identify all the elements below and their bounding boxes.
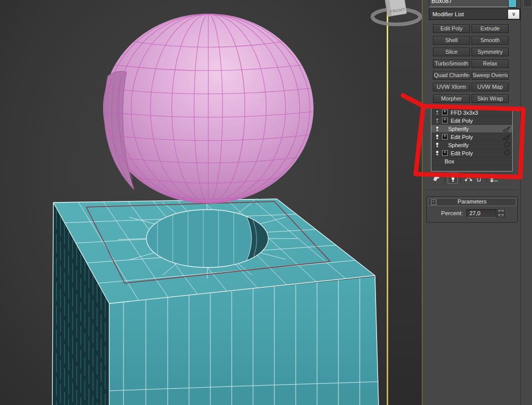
modifier-button-morpher[interactable]: Morpher <box>433 94 470 103</box>
modifier-list-dropdown[interactable]: Modifier List ∨ <box>429 9 520 20</box>
configure-modifier-sets-icon[interactable] <box>489 173 499 184</box>
bulb-icon[interactable] <box>435 150 440 156</box>
parameters-body: Percent: 27,0 ▲ ▼ <box>427 207 517 220</box>
stack-row-spherify-1-selected[interactable]: Spherify <box>431 125 512 133</box>
stack-row-label: Edit Poly <box>451 134 473 140</box>
remove-modifier-icon[interactable] <box>474 173 484 184</box>
viewport-sliver[interactable] <box>388 0 422 405</box>
stack-row-ffd[interactable]: + FFD 3x3x3 <box>431 109 512 117</box>
viewport-perspective[interactable] <box>0 0 387 405</box>
expand-icon[interactable]: + <box>442 150 448 156</box>
modifier-button-uvw-xform[interactable]: UVW Xform <box>433 83 470 91</box>
bulb-icon[interactable] <box>435 142 440 148</box>
modifier-button-relax[interactable]: Relax <box>472 59 509 68</box>
modifier-bean-icon <box>504 150 511 156</box>
scene-3d <box>0 0 387 405</box>
expand-icon[interactable]: + <box>442 110 448 115</box>
percent-label: Percent: <box>441 210 463 216</box>
parameters-title: Parameters <box>458 198 487 205</box>
modifier-button-extrude[interactable]: Extrude <box>472 24 509 33</box>
stack-row-label: Edit Poly <box>451 118 473 124</box>
box-object[interactable] <box>52 199 379 405</box>
modifier-button-symmetry[interactable]: Symmetry <box>472 48 509 56</box>
collapse-icon[interactable]: - <box>431 199 436 205</box>
parameters-rollout: - Parameters Percent: 27,0 ▲ ▼ <box>426 196 518 223</box>
modifier-button-sweep-override[interactable]: Sweep Override <box>472 71 509 80</box>
modifier-button-uvw-map[interactable]: UVW Map <box>472 83 509 91</box>
bulb-icon[interactable] <box>435 110 440 115</box>
stack-row-edit-poly-2[interactable]: + Edit Poly <box>431 133 512 141</box>
stack-row-box-base[interactable]: Box <box>431 157 512 165</box>
bulb-icon[interactable] <box>435 118 440 123</box>
spinner-down-icon[interactable]: ▼ <box>497 213 505 217</box>
stack-row-label: Box <box>445 158 454 164</box>
modifier-button-edit-poly[interactable]: Edit Poly <box>433 24 470 33</box>
stack-row-edit-poly-1[interactable]: + Edit Poly <box>431 117 512 125</box>
toolbar-separator <box>445 174 445 183</box>
modifier-button-grid: Edit Poly Extrude Shell Smooth Slice Sym… <box>433 24 510 103</box>
modifier-bean-icon <box>504 142 511 148</box>
modifier-button-skin-wrap[interactable]: Skin Wrap <box>472 94 509 103</box>
stack-row-label: Spherify <box>448 126 468 132</box>
object-name-field[interactable] <box>429 0 509 7</box>
stack-row-label: FFD 3x3x3 <box>451 110 478 116</box>
command-panel: Modifier List ∨ Edit Poly Extrude Shell … <box>422 0 532 405</box>
sphere-object[interactable] <box>103 14 314 204</box>
active-viewport-border <box>387 0 388 405</box>
modifier-button-smooth[interactable]: Smooth <box>472 36 509 45</box>
bulb-icon[interactable] <box>435 134 440 140</box>
modifier-arrow-icon <box>503 134 511 140</box>
chevron-down-icon[interactable]: ∨ <box>508 10 519 19</box>
modifier-button-quad-chamfer[interactable]: Quad Chamfer <box>433 71 470 80</box>
stack-row-edit-poly-3[interactable]: + Edit Poly <box>431 149 512 157</box>
modifier-list-label: Modifier List <box>432 11 464 17</box>
pin-stack-icon[interactable] <box>432 173 442 184</box>
object-color-swatch[interactable] <box>508 0 517 8</box>
modifier-button-turbosmooth[interactable]: TurboSmooth <box>433 59 470 68</box>
modifier-button-slice[interactable]: Slice <box>433 48 470 56</box>
modifier-arrow-icon <box>503 126 511 132</box>
stack-row-spherify-2[interactable]: Spherify <box>431 141 512 149</box>
spinner-up-icon[interactable]: ▲ <box>497 209 505 213</box>
panel-divider <box>424 190 519 191</box>
panel-scroll-divider[interactable] <box>520 0 521 405</box>
percent-field[interactable]: 27,0 <box>466 209 496 218</box>
stack-row-label: Edit Poly <box>451 150 473 156</box>
percent-spinner: ▲ ▼ <box>497 209 505 218</box>
show-end-result-icon[interactable] <box>448 173 458 184</box>
toolbar-separator <box>486 174 487 183</box>
modifier-stack-toolbar <box>432 172 519 185</box>
toolbar-separator <box>460 174 461 183</box>
modifier-stack: + FFD 3x3x3 + Edit Poly Spherify + Edit … <box>431 108 513 172</box>
3ds-max-screen: FRONT Modifier List ∨ Edit Poly Extrude … <box>0 0 532 405</box>
stack-row-label: Spherify <box>448 142 468 148</box>
viewcube[interactable]: FRONT <box>367 0 424 36</box>
modifier-button-shell[interactable]: Shell <box>433 36 470 45</box>
make-unique-icon[interactable] <box>463 173 474 184</box>
panel-top-button[interactable] <box>523 0 532 7</box>
parameters-rollout-header[interactable]: - Parameters <box>428 198 516 206</box>
bulb-icon[interactable] <box>435 126 440 131</box>
expand-icon[interactable]: + <box>442 118 448 123</box>
expand-icon[interactable]: + <box>442 134 448 140</box>
viewcube-cube[interactable]: FRONT <box>384 0 407 17</box>
